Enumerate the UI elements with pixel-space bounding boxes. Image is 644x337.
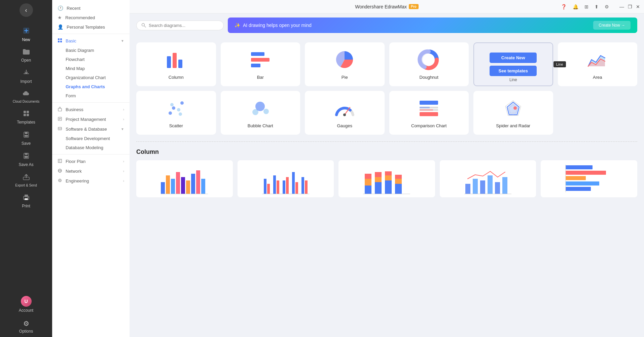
project-icon <box>58 116 62 122</box>
apps-grid-btn[interactable]: ⊞ <box>583 3 590 11</box>
save-as-icon <box>23 153 30 161</box>
pro-badge: Pro <box>409 4 419 9</box>
card-column[interactable]: Column <box>136 42 216 86</box>
upload-btn[interactable]: ⬆ <box>593 3 600 11</box>
comparison-chart-icon <box>417 96 441 120</box>
nav-recommended[interactable]: ★ Recommended <box>52 13 130 22</box>
nav-org-chart[interactable]: Organizational Chart <box>52 73 130 82</box>
minimize-button[interactable]: — <box>619 4 624 9</box>
svg-rect-46 <box>251 64 260 67</box>
template-col-4[interactable] <box>440 160 536 197</box>
help-icon-btn[interactable]: ❓ <box>560 3 568 11</box>
nav-software-dev[interactable]: Software Development <box>52 134 130 143</box>
card-bubble[interactable]: Bubble Chart <box>221 91 300 135</box>
nav-database[interactable]: Database Modeling <box>52 143 130 152</box>
svg-rect-84 <box>264 179 266 194</box>
sidebar-item-cloud[interactable]: Cloud Documents <box>0 87 52 107</box>
spider-card-label: Spider and Radar <box>496 123 530 128</box>
template-thumb-5 <box>541 160 637 197</box>
nav-basic-diagram[interactable]: Basic Diagram <box>52 46 130 55</box>
sidebar-item-options[interactable]: ⚙ Options <box>0 316 52 337</box>
close-button[interactable]: ✕ <box>635 4 641 9</box>
svg-rect-75 <box>166 175 170 194</box>
sidebar-item-save-as-label: Save As <box>19 162 33 167</box>
scatter-chart-icon <box>164 96 188 120</box>
sidebar-item-save[interactable]: Save <box>0 128 52 149</box>
template-col-3[interactable] <box>338 160 435 197</box>
svg-rect-109 <box>473 179 478 194</box>
title-bar: Wondershare EdrawMax Pro ❓ 🔔 ⊞ ⬆ ⚙ — ❐ ✕ <box>130 0 644 13</box>
card-area[interactable]: Area <box>558 42 638 86</box>
svg-point-53 <box>180 101 184 105</box>
nav-recent[interactable]: 🕐 Recent <box>52 3 130 13</box>
nav-software-db[interactable]: Software & Database ▼ <box>52 124 130 134</box>
gauges-card-label: Gauges <box>337 123 352 128</box>
sidebar-item-account[interactable]: U Account <box>0 293 52 316</box>
nav-software-dev-label: Software Development <box>66 136 110 141</box>
settings-btn[interactable]: ⚙ <box>603 3 610 11</box>
card-pie[interactable]: Pie <box>305 42 385 86</box>
card-spider[interactable]: Spider and Radar <box>473 91 553 135</box>
svg-rect-78 <box>181 177 185 194</box>
svg-rect-60 <box>420 101 438 105</box>
nav-graphs-charts[interactable]: Graphs and Charts <box>52 82 130 91</box>
ai-create-button[interactable]: Create Now → <box>593 21 631 30</box>
sidebar-item-new[interactable]: New <box>0 24 52 45</box>
nav-mindmap[interactable]: Mind Map <box>52 64 130 73</box>
template-col-1[interactable] <box>136 160 233 197</box>
nav-engineering[interactable]: Engineering › <box>52 176 130 186</box>
svg-rect-81 <box>196 170 200 194</box>
search-input[interactable] <box>149 23 219 28</box>
card-bar[interactable]: Bar <box>221 42 300 86</box>
svg-rect-44 <box>251 52 264 56</box>
nav-divider-2 <box>52 102 130 103</box>
search-box[interactable] <box>136 21 224 30</box>
svg-rect-103 <box>385 171 392 175</box>
see-templates-button[interactable]: See templates <box>490 66 537 76</box>
sidebar-item-open[interactable]: Open <box>0 45 52 66</box>
nav-project[interactable]: Project Management › <box>52 114 130 124</box>
business-chevron-icon: › <box>123 108 124 111</box>
template-thumb-1 <box>136 160 233 197</box>
template-col-5[interactable] <box>541 160 637 197</box>
network-icon <box>58 168 62 174</box>
card-scatter[interactable]: Scatter <box>136 91 216 135</box>
sidebar-item-new-label: New <box>22 37 30 42</box>
maximize-button[interactable]: ❐ <box>627 4 633 9</box>
svg-rect-105 <box>395 179 402 184</box>
ai-sparkle-icon: ✨ <box>235 23 240 28</box>
template-col-2[interactable] <box>238 160 334 197</box>
svg-rect-119 <box>566 187 591 191</box>
notification-btn[interactable]: 🔔 <box>571 3 580 11</box>
back-button[interactable]: ‹ <box>20 3 33 17</box>
card-comparison[interactable]: Comparison Chart <box>389 91 469 135</box>
nav-flowchart[interactable]: Flowchart <box>52 55 130 64</box>
business-icon <box>58 107 62 112</box>
svg-rect-92 <box>301 177 304 194</box>
nav-floor-plan-label: Floor Plan <box>66 159 85 164</box>
card-gauges[interactable]: Gauges <box>305 91 385 135</box>
nav-org-chart-label: Organizational Chart <box>66 75 106 80</box>
svg-point-38 <box>60 180 61 181</box>
nav-form[interactable]: Form <box>52 91 130 100</box>
nav-business[interactable]: Business › <box>52 105 130 114</box>
sidebar-item-templates[interactable]: Templates <box>0 107 52 128</box>
svg-rect-87 <box>277 180 279 194</box>
svg-point-73 <box>513 106 517 110</box>
create-new-button[interactable]: Create New <box>490 53 537 63</box>
sidebar-item-print[interactable]: Print <box>0 191 52 212</box>
nav-floor-plan[interactable]: Floor Plan › <box>52 157 130 166</box>
nav-network[interactable]: Network › <box>52 166 130 176</box>
card-doughnut[interactable]: Doughnut <box>389 42 469 86</box>
diagram-grid-container: Column Bar <box>130 37 644 337</box>
sidebar-item-export[interactable]: Export & Send <box>0 170 52 191</box>
sidebar-item-save-as[interactable]: Save As <box>0 149 52 170</box>
svg-point-54 <box>179 112 182 116</box>
nav-basic[interactable]: Basic ▼ <box>52 36 130 46</box>
svg-rect-42 <box>173 53 177 68</box>
sidebar-item-import[interactable]: Import <box>0 66 52 87</box>
engineering-icon <box>58 178 62 184</box>
svg-rect-7 <box>27 114 29 116</box>
card-line[interactable]: Create New See templates Line Line <box>473 42 553 86</box>
nav-personal[interactable]: 👤 Personal Templates <box>52 22 130 32</box>
